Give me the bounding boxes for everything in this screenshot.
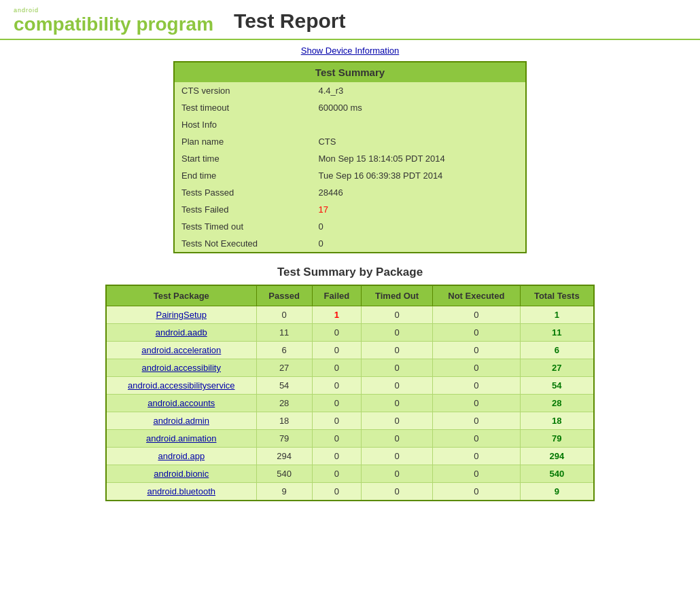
pkg-name-link[interactable]: android.accessibility [142,363,221,373]
summary-row-value: 28446 [311,184,526,201]
pkg-name-cell: android.accounts [106,395,256,412]
summary-row-value: Tue Sep 16 06:39:38 PDT 2014 [311,167,526,184]
pkg-timedout-cell: 0 [362,448,433,465]
pkg-timedout-cell: 0 [362,430,433,448]
pkg-passed-cell: 540 [256,465,312,483]
pkg-total-cell: 27 [520,359,594,377]
pkg-table-row: PairingSetup01001 [106,306,594,324]
pkg-failed-cell: 0 [312,359,361,377]
pkg-timedout-cell: 0 [362,412,433,430]
pkg-name-cell: android.aadb [106,324,256,342]
summary-row-value: 17 [311,201,526,218]
pkg-name-link[interactable]: PairingSetup [156,310,207,320]
pkg-timedout-cell: 0 [362,483,433,501]
summary-row-label: Test timeout [174,99,311,116]
pkg-name-link[interactable]: android.aadb [156,327,207,338]
summary-row-label: CTS version [174,82,311,99]
pkg-name-cell: android.accessibility [106,359,256,377]
summary-row-label: Tests Not Executed [174,235,311,253]
summary-row-label: Plan name [174,133,311,150]
logo-text: compatibility program [14,14,213,35]
pkg-failed-cell: 1 [312,306,361,324]
pkg-failed-cell: 0 [312,324,361,342]
pkg-name-cell: android.admin [106,412,256,430]
pkg-total-cell: 18 [520,412,594,430]
pkg-notexecuted-cell: 0 [433,483,521,501]
summary-row-value [311,116,526,133]
android-label: android [14,7,213,14]
pkg-total-cell: 540 [520,465,594,483]
pkg-name-link[interactable]: android.acceleration [141,345,221,355]
summary-row: Tests Timed out0 [174,218,526,235]
pkg-table-row: android.acceleration60006 [106,342,594,359]
pkg-name-link[interactable]: android.accessibilityservice [128,380,235,391]
pkg-timedout-cell: 0 [362,359,433,377]
pkg-table-row: android.bionic540000540 [106,465,594,483]
summary-row: CTS version4.4_r3 [174,82,526,99]
pkg-passed-cell: 9 [256,483,312,501]
summary-table: Test Summary CTS version4.4_r3Test timeo… [173,61,527,253]
pkg-name-link[interactable]: android.bluetooth [147,486,215,496]
summary-row: Tests Passed28446 [174,184,526,201]
pkg-name-link[interactable]: android.bionic [154,469,209,479]
pkg-passed-cell: 18 [256,412,312,430]
pkg-passed-cell: 79 [256,430,312,448]
pkg-table-row: android.accessibility2700027 [106,359,594,377]
pkg-notexecuted-cell: 0 [433,395,521,412]
pkg-passed-cell: 6 [256,342,312,359]
summary-row: Start timeMon Sep 15 18:14:05 PDT 2014 [174,150,526,167]
pkg-timedout-cell: 0 [362,395,433,412]
pkg-table-row: android.aadb1100011 [106,324,594,342]
summary-row: Tests Not Executed0 [174,235,526,253]
pkg-passed-cell: 11 [256,324,312,342]
pkg-name-cell: android.app [106,448,256,465]
pkg-total-cell: 1 [520,306,594,324]
pkg-notexecuted-cell: 0 [433,306,521,324]
summary-row-label: Start time [174,150,311,167]
summary-row-label: Tests Timed out [174,218,311,235]
pkg-name-link[interactable]: android.app [158,451,205,461]
pkg-col-header: Total Tests [520,285,594,306]
pkg-name-link[interactable]: android.animation [146,433,216,444]
pkg-failed-cell: 0 [312,465,361,483]
pkg-notexecuted-cell: 0 [433,430,521,448]
pkg-passed-cell: 294 [256,448,312,465]
pkg-failed-cell: 0 [312,395,361,412]
pkg-name-link[interactable]: android.accounts [147,398,215,408]
pkg-total-cell: 54 [520,377,594,395]
summary-row-value: CTS [311,133,526,150]
show-device-link[interactable]: Show Device Information [301,46,400,56]
pkg-name-cell: PairingSetup [106,306,256,324]
pkg-failed-cell: 0 [312,430,361,448]
summary-row: Test timeout600000 ms [174,99,526,116]
pkg-notexecuted-cell: 0 [433,342,521,359]
pkg-passed-cell: 0 [256,306,312,324]
pkg-table-row: android.accessibilityservice5400054 [106,377,594,395]
pkg-table-row: android.bluetooth90009 [106,483,594,501]
pkg-name-cell: android.acceleration [106,342,256,359]
summary-title: Test Summary [174,62,526,82]
pkg-failed-cell: 0 [312,448,361,465]
pkg-notexecuted-cell: 0 [433,377,521,395]
pkg-col-header: Passed [256,285,312,306]
summary-row-label: End time [174,167,311,184]
pkg-name-link[interactable]: android.admin [154,416,209,426]
pkg-table-row: android.animation7900079 [106,430,594,448]
pkg-notexecuted-cell: 0 [433,412,521,430]
pkg-table-row: android.admin1800018 [106,412,594,430]
pkg-col-header: Test Package [106,285,256,306]
summary-row-value: 600000 ms [311,99,526,116]
pkg-notexecuted-cell: 0 [433,465,521,483]
pkg-timedout-cell: 0 [362,342,433,359]
pkg-passed-cell: 28 [256,395,312,412]
summary-row-value: 4.4_r3 [311,82,526,99]
pkg-total-cell: 28 [520,395,594,412]
pkg-notexecuted-cell: 0 [433,324,521,342]
summary-row-value: 0 [311,218,526,235]
page-title: Test Report [234,10,345,33]
pkg-failed-cell: 0 [312,483,361,501]
summary-row-value: 0 [311,235,526,253]
summary-row-label: Tests Failed [174,201,311,218]
pkg-table: Test PackagePassedFailedTimed OutNot Exe… [105,285,595,501]
pkg-failed-cell: 0 [312,412,361,430]
